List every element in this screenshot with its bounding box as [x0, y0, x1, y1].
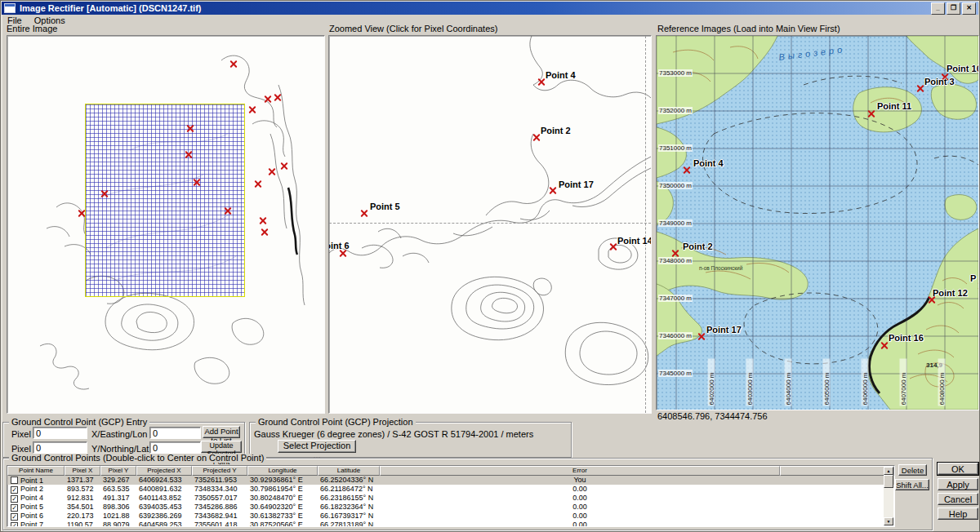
gcp-marker-icon [78, 210, 85, 217]
titlebar-buttons: _❐✕ [931, 2, 978, 15]
table-cell: 7348334.340 [192, 485, 247, 494]
table-row[interactable]: ✓Point 6220.1731021.886392386.2697343682… [7, 512, 894, 521]
entire-image-label: Entire Image [7, 24, 57, 33]
table-cell: 7343682.941 [192, 512, 247, 521]
help-button[interactable]: Help [938, 508, 978, 520]
row-checkbox[interactable]: ✓ [11, 486, 18, 494]
table-cell: 354.501 [65, 503, 100, 512]
ok-button[interactable]: OK [938, 463, 978, 475]
column-header[interactable]: Projected X [136, 466, 192, 476]
point-label: Point 5 [370, 202, 400, 211]
column-header[interactable]: Error [380, 466, 780, 476]
table-cell: 30.61382733° E [247, 512, 318, 521]
x-easting-lon-input[interactable] [149, 427, 201, 439]
gcp-marker-icon [867, 110, 875, 117]
title-bar[interactable]: Image Rectifier [Automatic] (DSCN1247.ti… [2, 2, 978, 15]
table-cell: 88.9079 [100, 521, 136, 527]
projection-value: Gauss Krueger (6 degree zones) / S-42 GO… [254, 429, 533, 439]
point-name: Point 6 [20, 512, 43, 520]
gcp-listview[interactable]: Point NamePixel XPixel YProjected XProje… [7, 465, 895, 527]
point-name-cell: ✓Point 2 [7, 485, 65, 494]
row-checkbox[interactable]: ✓ [11, 504, 18, 512]
table-cell: 6404589.253 [136, 521, 192, 527]
entire-image-panel[interactable] [7, 35, 325, 414]
gcp-marker-icon [360, 210, 368, 217]
shift-all-button[interactable]: Shift All... [895, 479, 929, 490]
point-name: Point 2 [20, 485, 43, 493]
table-row[interactable]: ✓Point 5354.501898.3066394035.4537345286… [7, 503, 894, 512]
delete-button[interactable]: Delete [898, 464, 927, 476]
table-cell: 30.87520566° E [247, 521, 318, 527]
table-cell: 7345286.886 [192, 503, 247, 512]
zoomed-view-panel[interactable]: Point 4Point 2Point 17Point 14Point 5Poi… [328, 35, 652, 414]
point-label: Point 17 [559, 180, 594, 189]
point-label: P [970, 273, 976, 283]
point-label: Point 14 [617, 236, 652, 246]
point-name-cell: Point 1 [7, 476, 65, 485]
table-cell: 0.00 [380, 503, 780, 512]
column-header[interactable]: Point Name [7, 466, 65, 476]
y-northing-lat-input[interactable] [149, 441, 201, 454]
gcp-listview-body: Point 11371.37329.2676406924.5337352611.… [7, 476, 894, 527]
column-header[interactable]: Pixel Y [100, 466, 136, 476]
cancel-button[interactable]: Cancel [938, 493, 978, 505]
table-row[interactable]: Point 11371.37329.2676406924.5337352611.… [7, 476, 894, 485]
point-name: Point 4 [20, 494, 43, 502]
gcp-marker-icon [186, 125, 194, 132]
select-projection-button[interactable]: Select Projection ... [278, 440, 356, 453]
gcp-marker-icon [671, 250, 679, 257]
gcp-marker-icon [261, 228, 268, 236]
row-checkbox[interactable]: ✓ [11, 513, 18, 521]
gcp-marker-icon [100, 190, 108, 197]
gcp-marker-icon [268, 168, 275, 175]
table-cell: 30.64902320° E [247, 503, 318, 512]
gcp-marker-icon [254, 180, 261, 188]
table-cell: 893.572 [65, 485, 100, 494]
point-name-cell: ✓Point 7 [7, 521, 65, 527]
gcp-marker-icon [224, 207, 231, 215]
row-checkbox[interactable]: ✓ [11, 522, 18, 527]
table-cell: 6394035.453 [136, 503, 192, 512]
table-row[interactable]: ✓Point 4912.831491.3176401143.8527350557… [7, 494, 894, 503]
column-header[interactable]: Projected Y [192, 466, 247, 476]
update-point-button[interactable]: Update Selected Point [201, 441, 242, 453]
table-cell: 30.80248470° E [247, 494, 318, 503]
table-row[interactable]: ✓Point 71190.5788.90796404589.2537355601… [7, 521, 894, 527]
scroll-up-icon[interactable]: ▲ [884, 467, 893, 475]
row-checkbox[interactable]: ✓ [11, 495, 18, 503]
table-cell: 912.831 [65, 494, 100, 503]
table-cell: 6400891.632 [136, 485, 192, 494]
column-header[interactable]: Latitude [318, 466, 380, 476]
pixel-y-input[interactable] [33, 441, 87, 454]
scrollbar-thumb[interactable] [884, 475, 893, 488]
table-cell: 1021.88 [100, 512, 136, 521]
column-header[interactable]: Pixel X [65, 466, 100, 476]
minimize-button[interactable]: _ [931, 2, 945, 15]
table-cell: 1371.37 [65, 476, 100, 485]
add-point-button[interactable]: Add Point to List [203, 426, 240, 438]
table-cell: 6401143.852 [136, 494, 192, 503]
vertical-scrollbar[interactable]: ▲ ▼ [884, 467, 893, 525]
gcp-listview-header[interactable]: Point NamePixel XPixel YProjected XProje… [7, 466, 894, 476]
table-cell: 66.18232364° N [318, 503, 380, 512]
reference-map-panel[interactable]: Выгозероп-ов Плоскинский314,9 7353000 m7… [656, 35, 979, 410]
point-label: Point 3 [924, 77, 955, 86]
point-label: Point 4 [546, 70, 576, 80]
close-button[interactable]: ✕ [962, 2, 976, 15]
row-checkbox[interactable] [11, 477, 18, 484]
gcp-table-title: Ground Control Points (Double-click to C… [9, 454, 266, 463]
table-cell: 66.23186155° N [318, 494, 380, 503]
point-label: Point 16 [889, 333, 924, 343]
table-cell: 7350557.017 [192, 494, 247, 503]
column-header[interactable]: Longitude [247, 466, 318, 476]
point-name: Point 7 [20, 521, 43, 527]
gcp-projection-title: Ground Control Point (GCP) Projection [256, 418, 416, 427]
point-label: Point 4 [693, 158, 724, 168]
maximize-button[interactable]: ❐ [947, 2, 960, 15]
table-row[interactable]: ✓Point 2893.572663.5356400891.6327348334… [7, 485, 894, 494]
gcp-marker-icon [274, 94, 281, 101]
pixel-x-input[interactable] [33, 427, 87, 439]
scroll-down-icon[interactable]: ▼ [884, 517, 893, 525]
table-cell: 0.00 [380, 494, 780, 503]
apply-button[interactable]: Apply [938, 478, 978, 490]
